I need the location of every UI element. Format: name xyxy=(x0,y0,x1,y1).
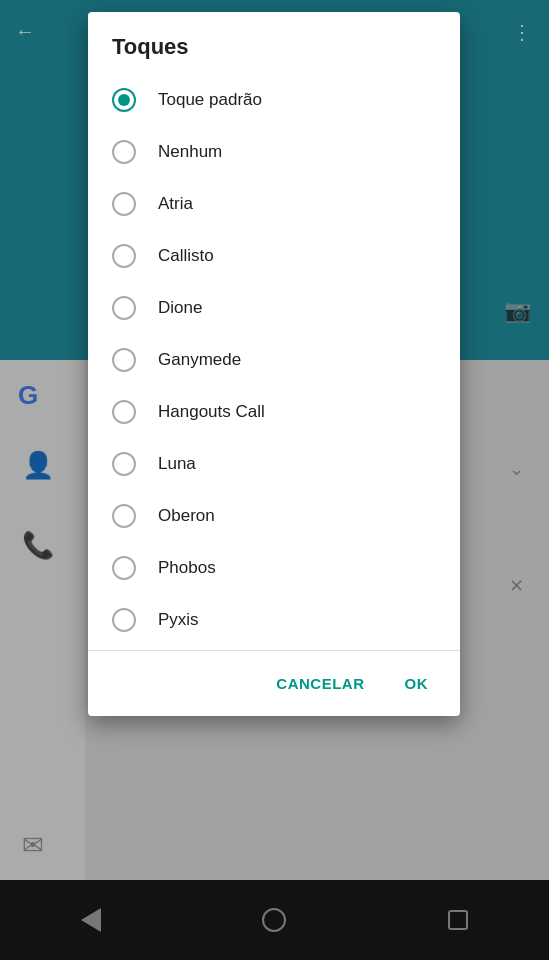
ok-button[interactable]: OK xyxy=(389,667,445,700)
cancel-button[interactable]: CANCELAR xyxy=(260,667,380,700)
ringtone-list: Toque padrãoNenhumAtriaCallistoDioneGany… xyxy=(88,74,460,646)
ringtone-item-luna[interactable]: Luna xyxy=(88,438,460,490)
radio-hangouts-call xyxy=(112,400,136,424)
radio-luna xyxy=(112,452,136,476)
ringtone-label-pyxis: Pyxis xyxy=(158,610,199,630)
ringtone-label-dione: Dione xyxy=(158,298,202,318)
radio-ganymede xyxy=(112,348,136,372)
ringtone-label-ganymede: Ganymede xyxy=(158,350,241,370)
radio-toque-padrao xyxy=(112,88,136,112)
radio-callisto xyxy=(112,244,136,268)
radio-phobos xyxy=(112,556,136,580)
ringtone-item-phobos[interactable]: Phobos xyxy=(88,542,460,594)
ringtone-label-toque-padrao: Toque padrão xyxy=(158,90,262,110)
ringtone-item-oberon[interactable]: Oberon xyxy=(88,490,460,542)
radio-pyxis xyxy=(112,608,136,632)
ringtone-item-callisto[interactable]: Callisto xyxy=(88,230,460,282)
ringtone-label-luna: Luna xyxy=(158,454,196,474)
radio-atria xyxy=(112,192,136,216)
ringtone-item-pyxis[interactable]: Pyxis xyxy=(88,594,460,646)
ringtone-label-callisto: Callisto xyxy=(158,246,214,266)
radio-nenhum xyxy=(112,140,136,164)
ringtone-label-oberon: Oberon xyxy=(158,506,215,526)
ringtone-item-ganymede[interactable]: Ganymede xyxy=(88,334,460,386)
ringtone-label-hangouts-call: Hangouts Call xyxy=(158,402,265,422)
ringtone-label-phobos: Phobos xyxy=(158,558,216,578)
dialog-title: Toques xyxy=(88,12,460,74)
radio-dione xyxy=(112,296,136,320)
ringtone-item-nenhum[interactable]: Nenhum xyxy=(88,126,460,178)
ringtone-label-atria: Atria xyxy=(158,194,193,214)
ringtone-dialog: Toques Toque padrãoNenhumAtriaCallistoDi… xyxy=(88,12,460,716)
dialog-divider xyxy=(88,650,460,651)
radio-oberon xyxy=(112,504,136,528)
ringtone-label-nenhum: Nenhum xyxy=(158,142,222,162)
ringtone-item-dione[interactable]: Dione xyxy=(88,282,460,334)
ringtone-item-hangouts-call[interactable]: Hangouts Call xyxy=(88,386,460,438)
ringtone-item-toque-padrao[interactable]: Toque padrão xyxy=(88,74,460,126)
dialog-actions: CANCELAR OK xyxy=(88,655,460,708)
ringtone-item-atria[interactable]: Atria xyxy=(88,178,460,230)
